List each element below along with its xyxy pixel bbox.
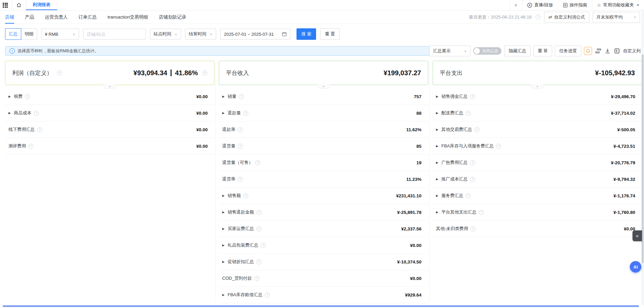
expand-arrow-icon[interactable]: ▶ [436, 144, 441, 148]
help-icon[interactable]: ? [265, 292, 270, 298]
task-progress-button[interactable]: 任务进度 [555, 46, 581, 56]
custom-columns-button[interactable]: 自定义列 [623, 48, 641, 54]
help-icon[interactable]: ? [470, 94, 475, 99]
ai-assistant-button[interactable]: AI [630, 261, 641, 273]
help-icon[interactable]: ? [37, 127, 42, 132]
shop-site-input[interactable] [83, 29, 146, 39]
apps-grid-icon[interactable] [3, 3, 8, 8]
card-title-text: 利润（自定义） [12, 69, 52, 77]
expand-arrow-icon[interactable]: ▶ [8, 111, 14, 115]
card-amount: ¥-105,942.93 [595, 69, 635, 77]
help-icon[interactable]: ? [466, 193, 471, 198]
period-average-select[interactable]: 月末加权平均 ∨ [593, 12, 640, 23]
expand-arrow-icon[interactable]: ▶ [222, 293, 228, 297]
expand-arrow-icon[interactable]: ▶ [436, 161, 441, 164]
recalculate-button[interactable]: 重 算 [533, 46, 552, 56]
expand-arrow-icon[interactable]: ▶ [222, 211, 228, 214]
search-button[interactable]: 搜 索 [297, 28, 316, 40]
collapse-topbar-chevron[interactable]: ∨ [509, 0, 522, 10]
custom-profit-formula-button[interactable]: ⇄ 自定义利润公式 [544, 12, 589, 23]
expand-arrow-icon[interactable]: ▶ [8, 95, 14, 98]
expand-arrow-icon[interactable]: ▶ [222, 111, 228, 115]
download-icon[interactable] [604, 48, 611, 54]
play-circle-icon [527, 3, 532, 8]
help-icon[interactable]: ? [25, 94, 30, 99]
home-tab[interactable] [12, 0, 26, 10]
help-icon[interactable]: ? [57, 71, 62, 76]
custom-columns-icon[interactable] [614, 48, 620, 54]
help-icon[interactable]: ? [466, 111, 471, 116]
metric-value: ¥-20,776.79 [611, 160, 635, 165]
help-icon[interactable]: ? [470, 160, 475, 165]
help-icon[interactable]: ? [238, 177, 243, 182]
tab-profit-report[interactable]: 利润报表 [26, 0, 57, 10]
collapse-panel-tab[interactable]: « [633, 230, 642, 241]
card-value: ¥93,094.3441.86%? [133, 69, 207, 77]
help-icon[interactable]: ? [536, 15, 541, 20]
card-collapse-handle[interactable]: ▼ [103, 84, 116, 89]
expand-arrow-icon[interactable]: ▶ [222, 95, 228, 98]
help-icon[interactable]: ? [470, 177, 475, 182]
metric-label: 促销折扣汇总 [228, 259, 254, 265]
nav-tab-订单汇总[interactable]: 订单汇总 [79, 10, 97, 24]
column-divider [429, 62, 430, 303]
help-icon[interactable]: ? [34, 111, 39, 116]
live-replay-button[interactable]: 直播/回放 [522, 0, 558, 10]
guide-button[interactable]: 操作指南 [558, 0, 592, 10]
help-icon[interactable]: ? [256, 259, 261, 264]
nav-tab-产品[interactable]: 产品 [25, 10, 34, 24]
help-icon[interactable]: ? [202, 71, 207, 76]
nav-tab-transaction交易明细[interactable]: transaction交易明细 [108, 10, 148, 24]
help-icon[interactable]: ? [261, 243, 266, 248]
help-icon[interactable]: ? [238, 127, 243, 132]
row-display-icon[interactable] [595, 48, 601, 54]
card-title: 利润（自定义）? [12, 69, 62, 77]
help-icon[interactable]: ? [470, 226, 475, 231]
help-icon[interactable]: ? [28, 144, 33, 149]
expand-arrow-icon[interactable]: ▶ [222, 244, 228, 247]
expand-arrow-icon[interactable]: ▶ [222, 227, 228, 230]
expand-arrow-icon[interactable]: ▶ [436, 177, 441, 181]
expand-arrow-icon[interactable]: ▶ [436, 194, 441, 197]
top-bar: 利润报表 ∨ 直播/回放 操作指南 ☆ 常用功能收藏夹 ▼ [0, 0, 644, 10]
help-icon[interactable]: ? [255, 160, 260, 165]
vertical-scrollbar[interactable] [641, 10, 644, 305]
summary-display-select[interactable]: 汇总展示 ∨ [429, 46, 470, 56]
card-collapse-handle[interactable]: ▼ [317, 84, 330, 89]
help-icon[interactable]: ? [496, 144, 501, 149]
nav-tab-店铺划款记录[interactable]: 店铺划款记录 [159, 10, 186, 24]
metric-label: 退货率 [222, 176, 235, 182]
settle-time-select[interactable]: 结算时间 ∨ [185, 29, 216, 39]
detail-segment-button[interactable]: 明细 [21, 28, 37, 40]
currency-select[interactable]: ¥ RMB ∨ [41, 29, 79, 39]
help-icon[interactable]: ? [243, 193, 248, 198]
ratio-toggle[interactable]: 关闭占比 [473, 47, 501, 55]
help-icon[interactable]: ? [474, 127, 480, 132]
expand-arrow-icon[interactable]: ▶ [222, 194, 228, 197]
nav-tab-运营负责人[interactable]: 运营负责人 [45, 10, 68, 24]
horizontal-scrollbar-thumb[interactable] [3, 305, 639, 307]
reset-button[interactable]: 重 置 [320, 28, 340, 40]
metric-value: 11.62% [406, 127, 421, 132]
help-icon[interactable]: ? [256, 226, 261, 231]
site-time-select[interactable]: 站点时间 ∨ [150, 29, 181, 39]
expand-arrow-icon[interactable]: ▶ [436, 211, 441, 214]
help-icon[interactable]: ? [239, 94, 244, 99]
card-collapse-handle[interactable]: ▼ [531, 84, 544, 89]
help-icon[interactable]: ? [256, 210, 261, 215]
nav-tab-店铺[interactable]: 店铺 [5, 10, 14, 24]
hide-summary-button[interactable]: 隐藏汇总 [504, 46, 531, 56]
help-icon[interactable]: ? [479, 210, 484, 215]
help-icon[interactable]: ? [238, 144, 243, 149]
expand-arrow-icon[interactable]: ▶ [222, 260, 228, 263]
help-icon[interactable]: ? [243, 111, 248, 116]
date-range-picker[interactable]: 2025-07-01 ~ 2025-07-31 [220, 29, 290, 39]
banner-text: 选择原币种时，面板按RMB金额汇总统计。 [18, 48, 99, 54]
expand-arrow-icon[interactable]: ▶ [436, 111, 441, 115]
expand-arrow-icon[interactable]: ▶ [436, 128, 441, 131]
favorites-menu[interactable]: ☆ 常用功能收藏夹 ▼ [592, 0, 644, 10]
notification-bell-icon[interactable] [584, 47, 592, 55]
expand-arrow-icon[interactable]: ▶ [436, 95, 441, 98]
help-icon[interactable]: ? [254, 276, 259, 281]
summary-segment-button[interactable]: 汇总 [5, 28, 21, 40]
